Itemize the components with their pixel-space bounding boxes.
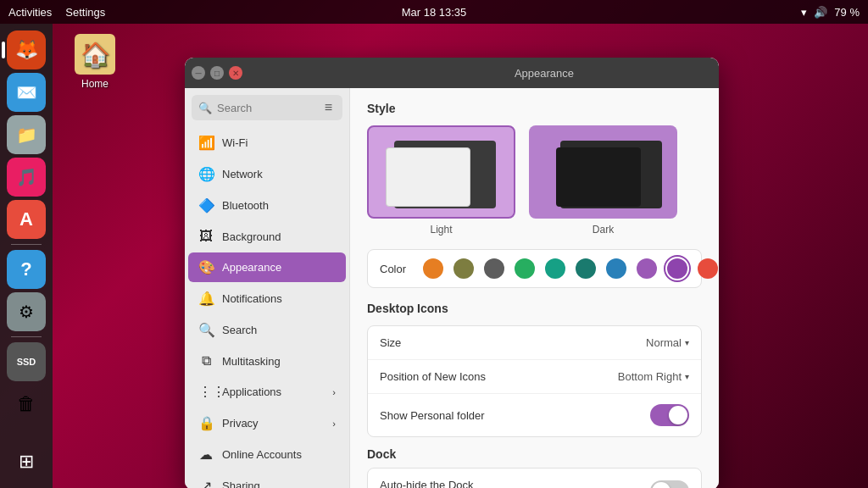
show-personal-label: Show Personal folder xyxy=(380,409,485,422)
preview-dark-window-3 xyxy=(556,147,641,207)
dock-settings: Auto-hide the Dock The dock hides when a… xyxy=(367,468,702,488)
help-icon: ? xyxy=(20,258,31,280)
arrow-right-icon-privacy: › xyxy=(332,419,336,429)
color-red[interactable] xyxy=(698,258,718,279)
battery-indicator: 79 % xyxy=(834,6,860,19)
dock-separator-2 xyxy=(11,336,42,337)
sidebar-item-search[interactable]: 🔍 Search xyxy=(188,315,346,345)
desktop-icon-label: Home xyxy=(81,78,108,90)
arrow-right-icon: › xyxy=(332,387,336,397)
color-green[interactable] xyxy=(515,258,535,279)
color-dark-teal[interactable] xyxy=(576,258,596,279)
dock-section-title: Dock xyxy=(367,447,702,461)
close-button[interactable]: ✕ xyxy=(229,66,242,80)
color-gray[interactable] xyxy=(484,258,504,279)
sidebar-item-label: Notifications xyxy=(222,292,282,305)
dock-item-files[interactable]: 📁 xyxy=(7,115,46,154)
sidebar-search-bar[interactable]: 🔍 ≡ xyxy=(192,95,342,120)
minimize-button[interactable]: ─ xyxy=(192,66,205,80)
applications-icon: ⋮⋮ xyxy=(198,384,214,400)
style-option-light[interactable]: Light xyxy=(367,125,515,236)
dock-item-settings[interactable]: ⚙ xyxy=(7,292,46,331)
color-olive[interactable] xyxy=(453,258,474,279)
dock-item-firefox[interactable]: 🦊 xyxy=(7,30,46,69)
size-value: Normal xyxy=(646,336,682,349)
desktop-home-icon[interactable]: 🏠 Home xyxy=(75,34,115,90)
sidebar-item-background[interactable]: 🖼 Background xyxy=(188,222,346,251)
taskbar-datetime: Mar 18 13:35 xyxy=(402,6,467,19)
dock-item-email[interactable]: ✉️ xyxy=(7,73,46,112)
dark-style-label: Dark xyxy=(593,224,614,236)
position-dropdown[interactable]: Bottom Right ▾ xyxy=(618,370,689,383)
search-nav-icon: 🔍 xyxy=(198,322,214,338)
sidebar-item-sharing[interactable]: ↗ Sharing xyxy=(188,471,346,488)
appearance-icon: 🎨 xyxy=(198,259,214,275)
dock-item-ssd[interactable]: SSD xyxy=(7,342,46,381)
dock-item-music[interactable]: 🎵 xyxy=(7,158,46,197)
sidebar-item-label: Online Accounts xyxy=(222,448,302,461)
activities-button[interactable]: Activities xyxy=(8,6,52,19)
trash-icon: 🗑 xyxy=(17,393,36,415)
chevron-down-icon: ▾ xyxy=(685,338,689,347)
size-dropdown[interactable]: Normal ▾ xyxy=(646,336,689,349)
sidebar-item-appearance[interactable]: 🎨 Appearance xyxy=(188,252,346,282)
sharing-icon: ↗ xyxy=(198,478,214,488)
settings-window: ─ □ ✕ Appearance 🔍 ≡ 📶 Wi-Fi 🌐 Network xyxy=(185,58,719,488)
sidebar-item-online-accounts[interactable]: ☁ Online Accounts xyxy=(188,440,346,469)
notifications-icon: 🔔 xyxy=(198,291,214,307)
wifi-icon: ▾ xyxy=(801,6,807,19)
color-purple-light[interactable] xyxy=(637,258,657,279)
music-icon: 🎵 xyxy=(16,167,37,187)
window-controls: ─ □ ✕ xyxy=(192,66,242,80)
window-title: Appearance xyxy=(515,67,574,80)
firefox-icon: 🦊 xyxy=(15,39,38,61)
sidebar-item-label: Search xyxy=(222,324,257,336)
style-option-dark[interactable]: Dark xyxy=(529,125,677,236)
software-icon: A xyxy=(19,208,33,230)
sidebar-item-wifi[interactable]: 📶 Wi-Fi xyxy=(188,128,346,158)
dock-item-apps[interactable]: ⊞ xyxy=(7,442,46,481)
dock-item-software[interactable]: A xyxy=(7,200,46,239)
color-teal[interactable] xyxy=(545,258,565,279)
taskbar: Activities Settings Mar 18 13:35 ▾ 🔊 79 … xyxy=(0,0,868,24)
position-value: Bottom Right xyxy=(618,370,682,383)
sidebar-menu-button[interactable]: ≡ xyxy=(321,98,336,117)
dark-style-preview[interactable] xyxy=(529,125,677,219)
taskbar-left: Activities Settings xyxy=(8,6,105,19)
preview-light-window xyxy=(386,147,470,207)
wifi-nav-icon: 📶 xyxy=(198,135,214,151)
show-personal-toggle[interactable] xyxy=(650,404,689,426)
background-icon: 🖼 xyxy=(198,229,214,244)
chevron-down-icon-2: ▾ xyxy=(685,372,689,381)
sidebar-item-applications[interactable]: ⋮⋮ Applications › xyxy=(188,377,346,407)
sidebar-item-notifications[interactable]: 🔔 Notifications xyxy=(188,284,346,313)
sidebar-item-multitasking[interactable]: ⧉ Multitasking xyxy=(188,347,346,375)
sidebar-item-label: Multitasking xyxy=(222,355,281,368)
settings-icon: ⚙ xyxy=(19,302,34,322)
home-folder-icon: 🏠 xyxy=(75,34,115,75)
email-icon: ✉️ xyxy=(16,82,37,103)
settings-sidebar: 🔍 ≡ 📶 Wi-Fi 🌐 Network 🔷 Bluetooth 🖼 Back… xyxy=(185,88,350,488)
search-input[interactable] xyxy=(217,102,316,114)
auto-hide-row: Auto-hide the Dock The dock hides when a… xyxy=(368,469,701,488)
apps-grid-icon: ⊞ xyxy=(19,451,34,473)
size-label: Size xyxy=(380,336,401,349)
sidebar-item-network[interactable]: 🌐 Network xyxy=(188,159,346,189)
auto-hide-toggle[interactable] xyxy=(650,480,689,489)
sidebar-item-label: Privacy xyxy=(222,417,259,430)
size-setting-row: Size Normal ▾ xyxy=(368,326,701,360)
dock-item-help[interactable]: ? xyxy=(7,250,46,289)
sidebar-item-privacy[interactable]: 🔒 Privacy › xyxy=(188,408,346,438)
dock-item-trash[interactable]: 🗑 xyxy=(7,385,46,424)
maximize-button[interactable]: □ xyxy=(210,66,224,80)
color-orange[interactable] xyxy=(423,258,443,279)
sidebar-item-bluetooth[interactable]: 🔷 Bluetooth xyxy=(188,191,346,220)
dock: 🦊 ✉️ 📁 🎵 A ? ⚙ SSD 🗑 ⊞ xyxy=(0,24,53,488)
desktop-icons-title: Desktop Icons xyxy=(367,302,702,315)
color-blue[interactable] xyxy=(606,258,626,279)
color-label: Color xyxy=(380,263,406,275)
light-style-preview[interactable] xyxy=(367,125,515,219)
sidebar-item-label: Appearance xyxy=(222,261,281,274)
style-section-title: Style xyxy=(367,102,702,115)
color-purple[interactable] xyxy=(667,258,687,279)
